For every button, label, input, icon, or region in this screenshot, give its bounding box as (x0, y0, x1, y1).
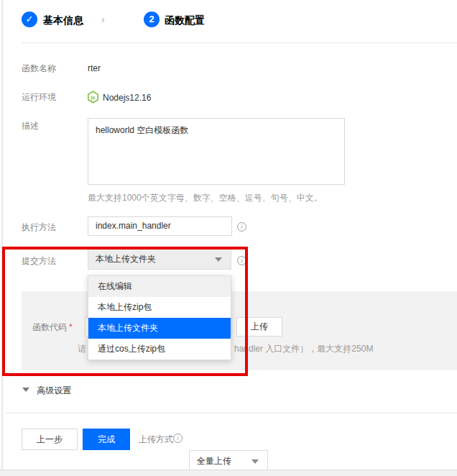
required-asterisk: * (69, 322, 73, 332)
upload-button[interactable]: 上传 (236, 317, 282, 337)
nodejs-icon: js (87, 91, 99, 104)
step1-label: 基本信息 (43, 15, 83, 25)
check-icon: ✓ (26, 14, 34, 24)
step2-label: 函数配置 (165, 15, 205, 25)
advanced-settings-toggle[interactable]: 高级设置 (22, 385, 71, 397)
function-config-page: ✓ 基本信息 › 2 函数配置 函数名称 rter 运行环境 js Nodejs… (0, 0, 457, 476)
chevron-right-icon: › (101, 14, 105, 25)
triangle-down-icon (22, 388, 29, 392)
menu-item-online-edit[interactable]: 在线编辑 (88, 276, 231, 297)
function-name-label: 函数名称 (22, 63, 56, 73)
runtime-label: 运行环境 (22, 92, 56, 102)
step2-indicator: 2 (144, 12, 160, 27)
description-label: 描述 (22, 121, 39, 131)
function-name-value: rter (88, 63, 101, 73)
submit-method-label: 提交方法 (22, 256, 56, 266)
submit-method-info-icon[interactable]: i (237, 256, 246, 265)
footer-divider (6, 413, 457, 413)
menu-item-local-zip[interactable]: 本地上传zip包 (88, 297, 231, 318)
svg-text:js: js (91, 95, 96, 101)
page-left-border (1, 0, 3, 470)
upload-mode-value: 全量上传 (197, 456, 231, 466)
caret-down-icon (215, 257, 222, 262)
runtime-value: Nodejs12.16 (103, 93, 151, 103)
step1-indicator: ✓ (22, 12, 37, 27)
handler-input[interactable]: index.main_handler (88, 216, 232, 236)
submit-method-dropdown-menu: 在线编辑 本地上传zip包 本地上传文件夹 通过cos上传zip包 (88, 275, 231, 360)
caret-down-icon (251, 459, 259, 464)
upload-mode-label: 上传方式 (139, 434, 173, 444)
function-code-label-text: 函数代码 (32, 322, 67, 332)
handler-info-icon[interactable]: i (237, 222, 246, 232)
prev-step-button[interactable]: 上一步 (22, 429, 78, 450)
upload-mode-select[interactable]: 全量上传 (189, 450, 268, 472)
step2-number: 2 (149, 14, 154, 24)
submit-method-value: 本地上传文件夹 (96, 254, 156, 264)
menu-item-local-folder[interactable]: 本地上传文件夹 (88, 318, 231, 339)
code-hint-right: handler 入口文件），最大支持250M (234, 344, 373, 354)
header-divider (22, 42, 457, 43)
upload-mode-info-icon[interactable]: i (173, 434, 183, 443)
finish-button[interactable]: 完成 (83, 429, 130, 450)
code-hint-left: 请 (78, 344, 86, 354)
page-bottom-strip (0, 470, 457, 476)
menu-item-cos-zip[interactable]: 通过cos上传zip包 (88, 339, 231, 360)
handler-label: 执行方法 (22, 222, 56, 232)
upload-mode-label-text: 上传方式 (139, 434, 173, 444)
description-textarea[interactable]: helloworld 空白模板函数 (88, 118, 345, 185)
description-hint: 最大支持1000个英文字母、数字、空格、逗号、句号、中文。 (88, 193, 323, 203)
advanced-settings-label: 高级设置 (37, 385, 71, 395)
function-code-label: 函数代码* (32, 322, 73, 332)
submit-method-select[interactable]: 本地上传文件夹 (88, 248, 231, 270)
